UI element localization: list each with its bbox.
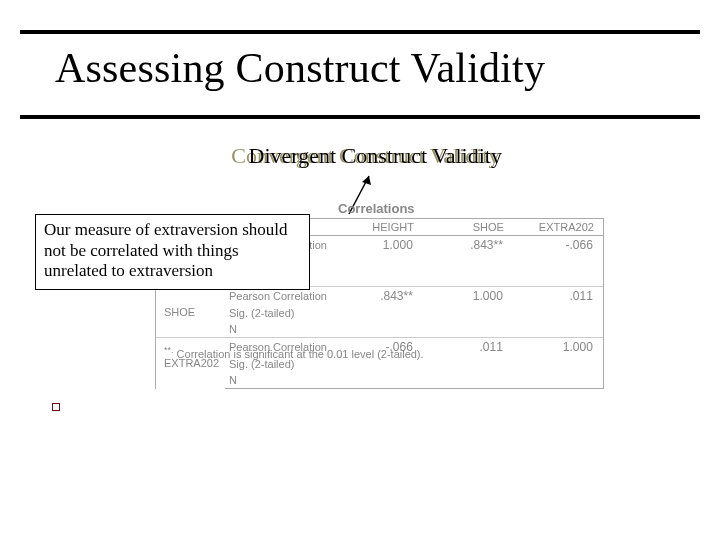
cell — [423, 270, 513, 287]
col-header-shoe: SHOE — [423, 219, 513, 236]
cell — [423, 356, 513, 372]
footnote-stars: **. — [164, 345, 174, 355]
cell: .011 — [513, 287, 604, 306]
callout-box: Our measure of extraversion should not b… — [35, 214, 310, 290]
row-label-shoe: SHOE — [156, 287, 226, 338]
table-footnote: **. Correlation is significant at the 0.… — [164, 345, 424, 360]
top-rule — [20, 30, 700, 34]
cell — [513, 270, 604, 287]
cell: 1.000 — [423, 287, 513, 306]
stat-n: N — [225, 372, 333, 389]
footnote-text: Correlation is significant at the 0.01 l… — [177, 348, 424, 360]
title-underline — [20, 115, 700, 119]
cell: .843** — [333, 287, 423, 306]
cell — [513, 321, 604, 338]
cell: .011 — [423, 338, 513, 357]
stat-sig: Sig. (2-tailed) — [225, 305, 333, 321]
cell — [423, 321, 513, 338]
cell — [423, 305, 513, 321]
col-header-height: HEIGHT — [333, 219, 423, 236]
cell — [333, 270, 423, 287]
cell: -.066 — [513, 236, 604, 255]
slide-title: Assessing Construct Validity — [55, 44, 545, 92]
cell: 1.000 — [513, 338, 604, 357]
cell — [513, 254, 604, 270]
correlations-heading: Correlations — [338, 201, 415, 216]
cell — [333, 321, 423, 338]
cell — [513, 372, 604, 389]
cell: 1.000 — [333, 236, 423, 255]
cell: .843** — [423, 236, 513, 255]
cell — [423, 254, 513, 270]
col-header-extra202: EXTRA202 — [513, 219, 604, 236]
stat-n: N — [225, 321, 333, 338]
cell — [513, 305, 604, 321]
cell — [333, 305, 423, 321]
cell — [333, 372, 423, 389]
bullet-square-icon — [52, 403, 60, 411]
subtitle-front-text: Divergent Construct Validity — [249, 143, 502, 169]
cell — [513, 356, 604, 372]
cell — [333, 254, 423, 270]
svg-marker-1 — [362, 176, 371, 185]
slide: Assessing Construct Validity Convergent … — [0, 0, 720, 540]
cell — [423, 372, 513, 389]
